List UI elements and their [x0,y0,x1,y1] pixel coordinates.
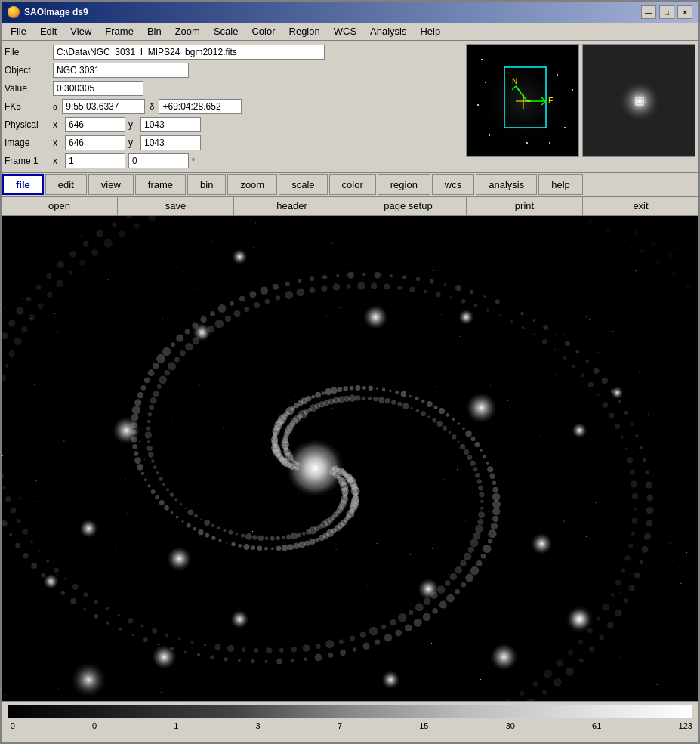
menu-view[interactable]: View [64,24,97,39]
image-row: Image x 646 y 1043 [5,134,460,151]
tab-help[interactable]: help [538,174,583,195]
tab-zoom[interactable]: zoom [227,174,277,195]
tab-scale[interactable]: scale [279,174,327,195]
colorbar-label-3: 3 [256,721,261,730]
colorbar-label-2: 1 [174,721,178,730]
tab-frame[interactable]: frame [135,174,186,195]
menu-color[interactable]: Color [245,24,281,39]
menu-zoom[interactable]: Zoom [169,24,206,39]
submenu-page-setup[interactable]: page setup [350,197,467,215]
fk5-dec: +69:04:28.652 [159,99,242,114]
physical-x: 646 [65,117,125,132]
colorbar-labels: -0 0 1 3 7 15 30 61 123 [8,721,692,730]
info-panel: File C:\Data\NGC_3031_I_MIPS24_bgm2012.f… [2,41,698,173]
menu-wcs[interactable]: WCS [328,24,362,39]
toolbar-tabs: file edit view frame bin zoom scale colo… [2,173,698,197]
frame-x-label: x [53,156,62,166]
fk5-label: FK5 [5,101,50,112]
menu-file[interactable]: File [5,24,32,39]
colorbar-label-1: 0 [92,721,97,730]
tab-file[interactable]: file [2,174,44,195]
colorbar-gradient [8,705,692,718]
tab-region[interactable]: region [378,174,430,195]
colorbar-label-5: 15 [419,721,428,730]
window-title: SAOImage ds9 [24,7,88,17]
delta-symbol: δ [150,102,154,111]
main-image-area [2,216,698,701]
value-label: Value [5,83,50,94]
image-x: 646 [65,135,125,150]
value-value: 0.300305 [53,81,143,96]
object-label: Object [5,65,50,76]
title-bar-left: SAOImage ds9 [8,6,88,18]
submenu-open[interactable]: open [2,197,118,215]
value-row: Value 0.300305 [5,80,460,97]
maximize-button[interactable]: □ [659,5,674,19]
menu-analysis[interactable]: Analysis [364,24,412,39]
physical-label: Physical [5,119,50,130]
image-y-label: y [128,137,137,148]
submenu-exit[interactable]: exit [583,197,698,215]
degree-symbol: ° [192,157,195,165]
minimize-button[interactable]: — [641,5,656,19]
info-fields: File C:\Data\NGC_3031_I_MIPS24_bgm2012.f… [5,44,460,169]
physical-y: 1043 [140,117,201,132]
colorbar-label-7: 61 [592,721,601,730]
physical-x-label: x [53,119,62,130]
main-galaxy-canvas [2,216,698,701]
tab-edit[interactable]: edit [45,174,87,195]
colorbar-label-8: 123 [679,721,692,730]
fk5-row: FK5 α 9:55:03.6337 δ +69:04:28.652 [5,98,460,115]
tab-color[interactable]: color [329,174,376,195]
file-row: File C:\Data\NGC_3031_I_MIPS24_bgm2012.f… [5,44,460,60]
main-window: SAOImage ds9 — □ ✕ File Edit View Frame … [0,0,700,744]
file-value: C:\Data\NGC_3031_I_MIPS24_bgm2012.fits [53,45,325,60]
menu-help[interactable]: Help [414,24,446,39]
object-value: NGC 3031 [53,63,189,78]
app-icon [8,6,20,18]
menubar: File Edit View Frame Bin Zoom Scale Colo… [2,23,698,41]
image-y: 1043 [140,135,201,150]
physical-row: Physical x 646 y 1043 [5,116,460,133]
thumbnail-1-canvas [467,45,579,157]
file-label: File [5,47,50,57]
menu-scale[interactable]: Scale [208,24,245,39]
image-x-label: x [53,137,62,148]
thumbnails [466,44,695,169]
submenu-print[interactable]: print [467,197,583,215]
tab-analysis[interactable]: analysis [476,174,537,195]
object-row: Object NGC 3031 [5,62,460,79]
physical-y-label: y [128,119,137,130]
close-button[interactable]: ✕ [677,5,692,19]
frame-y: 0 [128,153,189,168]
menu-region[interactable]: Region [283,24,326,39]
thumbnail-2-canvas [583,45,695,157]
colorbar-label-6: 30 [506,721,515,730]
thumbnail-1 [466,44,579,157]
colorbar-label-4: 7 [338,721,342,730]
title-bar: SAOImage ds9 — □ ✕ [2,2,698,23]
submenu-header[interactable]: header [234,197,350,215]
colorbar-label-0: -0 [8,721,15,730]
tab-view[interactable]: view [88,174,134,195]
tab-wcs[interactable]: wcs [432,174,474,195]
tab-bin[interactable]: bin [187,174,226,195]
frame-label: Frame 1 [5,156,50,166]
alpha-symbol: α [53,102,57,111]
menu-edit[interactable]: Edit [34,24,63,39]
menu-bin[interactable]: Bin [141,24,168,39]
window-controls: — □ ✕ [641,5,692,19]
thumbnail-2 [582,44,695,157]
menu-frame[interactable]: Frame [99,24,140,39]
frame-x: 1 [65,153,125,168]
colorbar-area: -0 0 1 3 7 15 30 61 123 [2,701,698,742]
fk5-ra: 9:55:03.6337 [62,99,145,114]
submenu-bar: open save header page setup print exit [2,197,698,216]
image-label: Image [5,137,50,148]
frame-row: Frame 1 x 1 0 ° [5,153,460,169]
submenu-save[interactable]: save [118,197,234,215]
